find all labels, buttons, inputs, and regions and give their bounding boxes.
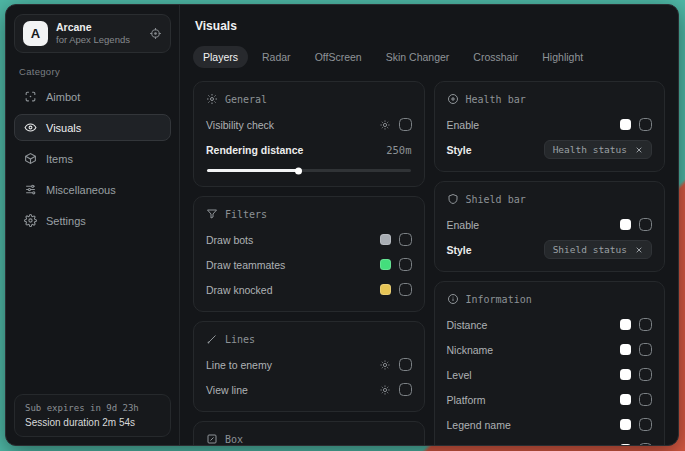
setting-label: Enable — [447, 219, 480, 231]
tab-skin-changer[interactable]: Skin Changer — [376, 46, 460, 68]
setting-label: Enable — [447, 119, 480, 131]
sidebar-nav: Aimbot Visuals Items Miscellaneous — [14, 83, 171, 234]
sidebar-item-aimbot[interactable]: Aimbot — [14, 83, 171, 110]
card-lines: Lines Line to enemy View line — [193, 321, 425, 412]
sidebar-item-label: Miscellaneous — [46, 184, 116, 196]
setting-label: Legend name — [447, 419, 511, 431]
row-settings-gear-icon[interactable] — [379, 119, 391, 131]
sidebar-item-items[interactable]: Items — [14, 145, 171, 172]
checkbox[interactable] — [399, 383, 412, 396]
color-swatch[interactable] — [380, 259, 391, 270]
app-subtitle: for Apex Legends — [56, 34, 141, 46]
card-title: Shield bar — [466, 194, 526, 205]
setting-label: Line to enemy — [206, 359, 272, 371]
sidebar-item-settings[interactable]: Settings — [14, 207, 171, 234]
card-information: Information Distance Nickname — [434, 281, 666, 445]
color-swatch[interactable] — [620, 419, 631, 430]
setting-label: Rendering distance — [206, 144, 303, 156]
checkbox[interactable] — [639, 343, 652, 356]
gear-icon — [24, 214, 37, 227]
color-swatch[interactable] — [620, 344, 631, 355]
tab-highlight[interactable]: Highlight — [532, 46, 593, 68]
sidebar-item-label: Visuals — [46, 122, 81, 134]
setting-row-health-style: Style Health status — [447, 139, 653, 160]
color-swatch[interactable] — [620, 444, 631, 445]
setting-row-distance: Distance — [447, 314, 653, 335]
checkbox[interactable] — [639, 368, 652, 381]
checkbox[interactable] — [399, 283, 412, 296]
target-icon[interactable] — [149, 27, 162, 40]
color-swatch[interactable] — [620, 319, 631, 330]
setting-row-draw-bots: Draw bots — [206, 229, 412, 250]
card-box: Box Enable Enable background — [193, 421, 425, 445]
setting-row-rendering-distance: Rendering distance 250m — [206, 139, 412, 160]
category-label: Category — [19, 66, 171, 77]
setting-row-draw-teammates: Draw teammates — [206, 254, 412, 275]
shield-icon — [447, 193, 459, 205]
card-title: Filters — [225, 209, 267, 220]
sidebar-item-visuals[interactable]: Visuals — [14, 114, 171, 141]
sidebar-item-miscellaneous[interactable]: Miscellaneous — [14, 176, 171, 203]
checkbox[interactable] — [639, 218, 652, 231]
close-icon[interactable] — [635, 146, 643, 154]
setting-row-health-enable: Enable — [447, 114, 653, 135]
setting-row-legend-name: Legend name — [447, 414, 653, 435]
color-swatch[interactable] — [380, 234, 391, 245]
tab-bar: Players Radar OffScreen Skin Changer Cro… — [193, 46, 665, 68]
page-title: Visuals — [195, 19, 665, 33]
main-content: Visuals Players Radar OffScreen Skin Cha… — [180, 5, 678, 445]
close-icon[interactable] — [635, 246, 643, 254]
setting-row-team-number: Team number — [447, 439, 653, 445]
setting-label: Platform — [447, 394, 486, 406]
plus-circle-icon — [447, 93, 459, 105]
setting-label: Draw bots — [206, 234, 253, 246]
row-settings-gear-icon[interactable] — [379, 384, 391, 396]
diagonal-line-icon — [206, 333, 218, 345]
setting-label: Team number — [447, 444, 511, 446]
shield-style-select[interactable]: Shield status — [544, 240, 652, 259]
tab-radar[interactable]: Radar — [252, 46, 301, 68]
setting-row-platform: Platform — [447, 389, 653, 410]
setting-label: Draw teammates — [206, 259, 285, 271]
color-swatch[interactable] — [620, 394, 631, 405]
setting-row-nickname: Nickname — [447, 339, 653, 360]
app-logo: A — [23, 21, 48, 46]
checkbox[interactable] — [639, 418, 652, 431]
checkbox[interactable] — [639, 393, 652, 406]
health-style-select[interactable]: Health status — [544, 140, 652, 159]
tab-crosshair[interactable]: Crosshair — [463, 46, 528, 68]
card-title: Box — [225, 434, 243, 445]
setting-row-view-line: View line — [206, 379, 412, 400]
sidebar-item-label: Aimbot — [46, 91, 80, 103]
setting-row-shield-enable: Enable — [447, 214, 653, 235]
card-shield-bar: Shield bar Enable Style Shield status — [434, 181, 666, 272]
checkbox[interactable] — [639, 118, 652, 131]
color-swatch[interactable] — [620, 219, 631, 230]
setting-label: Level — [447, 369, 472, 381]
sidebar-item-label: Settings — [46, 215, 86, 227]
setting-label: Nickname — [447, 344, 494, 356]
crosshair-icon — [24, 90, 37, 103]
funnel-icon — [206, 208, 218, 220]
sub-expires-text: Sub expires in 9d 23h — [25, 403, 160, 413]
tab-players[interactable]: Players — [193, 46, 248, 68]
box-icon — [206, 433, 218, 445]
setting-label: Distance — [447, 319, 488, 331]
tab-offscreen[interactable]: OffScreen — [305, 46, 372, 68]
checkbox[interactable] — [639, 318, 652, 331]
row-settings-gear-icon[interactable] — [379, 359, 391, 371]
checkbox[interactable] — [639, 443, 652, 445]
checkbox[interactable] — [399, 258, 412, 271]
rendering-distance-slider[interactable] — [207, 169, 411, 172]
setting-row-shield-style: Style Shield status — [447, 239, 653, 260]
checkbox[interactable] — [399, 233, 412, 246]
color-swatch[interactable] — [620, 119, 631, 130]
checkbox[interactable] — [399, 118, 412, 131]
sidebar-item-label: Items — [46, 153, 73, 165]
setting-label: View line — [206, 384, 248, 396]
color-swatch[interactable] — [380, 284, 391, 295]
slider-thumb[interactable] — [295, 167, 302, 174]
color-swatch[interactable] — [620, 369, 631, 380]
checkbox[interactable] — [399, 358, 412, 371]
selected-option: Health status — [553, 144, 627, 155]
